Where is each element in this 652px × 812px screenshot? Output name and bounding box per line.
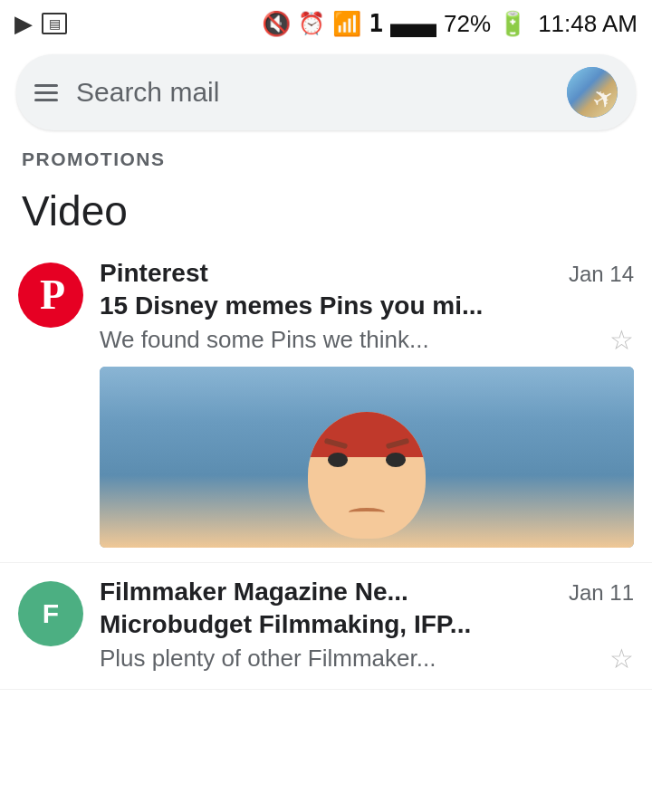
email-preview-row-filmmaker: Plus plenty of other Filmmaker... ☆: [100, 643, 634, 674]
char-hair: [308, 412, 426, 457]
section-label: PROMOTIONS: [0, 145, 652, 170]
star-icon-filmmaker[interactable]: ☆: [609, 643, 634, 674]
star-icon-pinterest[interactable]: ☆: [609, 324, 634, 356]
filmmaker-avatar: F: [18, 581, 83, 646]
signal-number-icon: 1: [369, 10, 383, 37]
email-content-pinterest: Pinterest Jan 14 15 Disney memes Pins yo…: [100, 259, 634, 548]
email-content-filmmaker: Filmmaker Magazine Ne... Jan 11 Microbud…: [100, 578, 634, 674]
email-item-filmmaker[interactable]: F Filmmaker Magazine Ne... Jan 11 Microb…: [0, 563, 652, 690]
svg-text:P: P: [40, 276, 65, 314]
thumbnail-figure: [100, 367, 634, 548]
char-eye-left: [328, 453, 348, 467]
pinterest-avatar: P: [18, 263, 83, 328]
sender-name-pinterest: Pinterest: [100, 259, 208, 288]
battery-icon: 🔋: [498, 10, 527, 38]
status-right-icons: 🔇 ⏰ 📶 1 ▄▄▄ 72% 🔋 11:48 AM: [262, 10, 638, 38]
image-icon: ▤: [42, 13, 67, 34]
char-eye-right: [386, 453, 406, 467]
status-left-icons: ▶ ▤: [14, 10, 67, 38]
email-date-filmmaker: Jan 11: [569, 580, 634, 606]
avatar-image: [567, 67, 618, 118]
youtube-icon: ▶: [14, 10, 33, 38]
email-subject-pinterest: 15 Disney memes Pins you mi...: [100, 291, 634, 320]
email-subject-filmmaker: Microbudget Filmmaking, IFP...: [100, 610, 634, 639]
status-bar: ▶ ▤ 🔇 ⏰ 📶 1 ▄▄▄ 72% 🔋 11:48 AM: [0, 0, 652, 47]
email-header-filmmaker: Filmmaker Magazine Ne... Jan 11: [100, 578, 634, 607]
hamburger-menu-icon[interactable]: [34, 84, 58, 101]
wifi-icon: 📶: [332, 10, 361, 38]
email-item-pinterest[interactable]: P Pinterest Jan 14 15 Disney memes Pins …: [0, 244, 652, 563]
filmmaker-initial: F: [43, 598, 59, 629]
mute-icon: 🔇: [262, 10, 291, 38]
email-preview-filmmaker: Plus plenty of other Filmmaker...: [100, 645, 599, 673]
character-face: [285, 367, 448, 548]
email-date-pinterest: Jan 14: [569, 262, 634, 287]
avatar[interactable]: [567, 67, 618, 118]
email-preview-pinterest: We found some Pins we think...: [100, 326, 599, 354]
battery-percent: 72%: [444, 10, 491, 38]
status-time: 11:48 AM: [538, 10, 638, 38]
sender-name-filmmaker: Filmmaker Magazine Ne...: [100, 578, 408, 607]
email-header-pinterest: Pinterest Jan 14: [100, 259, 634, 288]
char-head: [308, 412, 426, 539]
search-bar-container: Search mail: [0, 47, 652, 145]
email-thumbnail-pinterest: [100, 367, 634, 548]
signal-bars-icon: ▄▄▄: [390, 11, 436, 36]
search-bar[interactable]: Search mail: [16, 54, 636, 130]
char-mouth: [349, 508, 385, 517]
search-input[interactable]: Search mail: [76, 77, 549, 108]
alarm-icon: ⏰: [298, 11, 325, 36]
pinterest-logo: P: [34, 276, 67, 314]
email-preview-row-pinterest: We found some Pins we think... ☆: [100, 324, 634, 356]
category-heading: Video: [0, 170, 652, 244]
